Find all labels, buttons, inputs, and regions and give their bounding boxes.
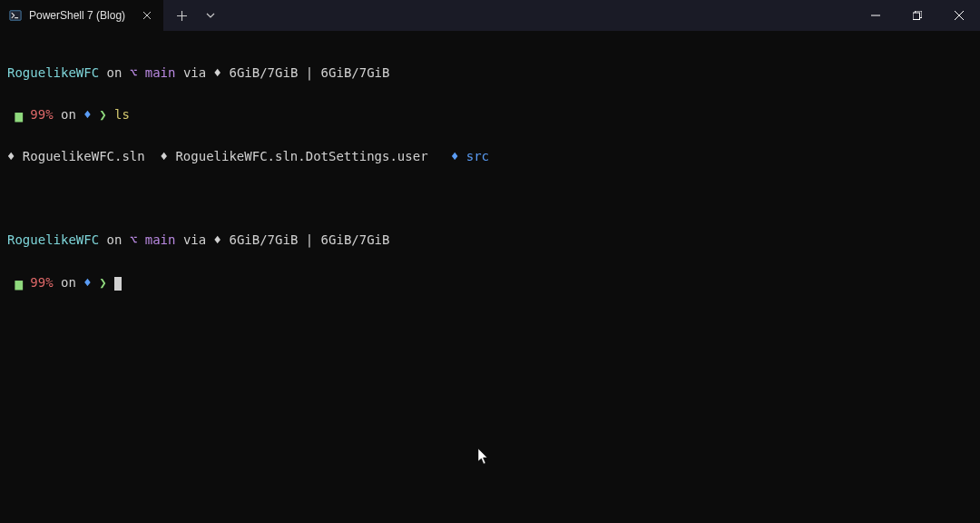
prompt-text: via	[175, 232, 213, 247]
prompt-arrow: ❯	[99, 107, 114, 122]
memory-status: 6GiB/7GiB | 6GiB/7GiB	[229, 232, 389, 247]
memory-status: 6GiB/7GiB | 6GiB/7GiB	[229, 65, 389, 80]
window-controls	[855, 0, 980, 31]
tab-title: PowerShell 7 (Blog)	[29, 9, 125, 22]
tab-actions	[163, 3, 223, 28]
branch-icon: ⌥	[130, 232, 145, 247]
terminal-area[interactable]: RoguelikeWFC on ⌥ main via ♦ 6GiB/7GiB |…	[0, 31, 980, 523]
prompt-text: on	[99, 65, 130, 80]
file-icon: ♦	[7, 149, 23, 163]
prompt-text: on	[54, 107, 84, 122]
branch-name: main	[145, 65, 176, 80]
folder-icon: ♦	[451, 149, 466, 163]
ls-output-line: ♦ RoguelikeWFC.sln ♦ RoguelikeWFC.sln.Do…	[7, 150, 973, 163]
blank-line	[7, 192, 973, 205]
new-tab-button[interactable]	[169, 3, 194, 28]
prompt-line-2b: ▅ 99% on ♦ ❯	[7, 276, 973, 290]
prompt-text: on	[54, 275, 84, 290]
diamond-icon: ♦	[83, 107, 99, 122]
tab-dropdown-button[interactable]	[198, 3, 223, 28]
battery-percent: 99%	[23, 275, 54, 290]
file-name: RoguelikeWFC.sln	[23, 149, 145, 163]
battery-icon: ▅	[15, 107, 22, 122]
file-icon: ♦	[161, 149, 176, 163]
powershell-icon	[9, 9, 22, 22]
prompt-dir: RoguelikeWFC	[7, 65, 99, 80]
file-name: RoguelikeWFC.sln.DotSettings.user	[175, 149, 427, 163]
maximize-button[interactable]	[897, 0, 938, 31]
terminal-cursor	[114, 277, 122, 291]
separator	[145, 149, 161, 163]
branch-icon: ⌥	[130, 65, 145, 80]
via-icon: ♦	[214, 65, 230, 80]
via-icon: ♦	[214, 232, 230, 247]
tab-powershell[interactable]: PowerShell 7 (Blog)	[0, 0, 163, 31]
svg-rect-0	[10, 11, 21, 21]
prompt-dir: RoguelikeWFC	[7, 232, 99, 247]
prompt-line-1: RoguelikeWFC on ⌥ main via ♦ 6GiB/7GiB |…	[7, 66, 973, 80]
battery-icon: ▅	[15, 275, 22, 290]
diamond-icon: ♦	[83, 275, 99, 290]
folder-name: src	[466, 149, 489, 163]
close-button[interactable]	[938, 0, 980, 31]
tabs-area: PowerShell 7 (Blog)	[0, 0, 223, 31]
mouse-cursor-icon	[478, 449, 489, 465]
branch-name: main	[145, 232, 176, 247]
prompt-line-1b: ▅ 99% on ♦ ❯ ls	[7, 108, 973, 122]
minimize-button[interactable]	[855, 0, 897, 31]
tab-close-button[interactable]	[140, 8, 154, 23]
prompt-text: via	[175, 65, 213, 80]
command-text: ls	[114, 107, 130, 122]
battery-percent: 99%	[23, 107, 54, 122]
separator	[428, 149, 451, 163]
svg-rect-3	[913, 13, 920, 20]
prompt-line-2: RoguelikeWFC on ⌥ main via ♦ 6GiB/7GiB |…	[7, 233, 973, 247]
prompt-arrow: ❯	[99, 275, 114, 290]
window-titlebar: PowerShell 7 (Blog)	[0, 0, 980, 31]
prompt-text: on	[99, 232, 130, 247]
